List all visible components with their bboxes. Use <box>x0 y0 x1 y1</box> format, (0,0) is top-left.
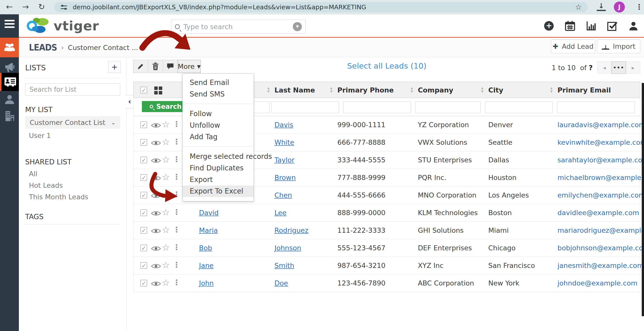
next-page-button[interactable]: ▸ <box>626 61 640 74</box>
star-icon[interactable]: ☆ <box>162 137 170 147</box>
row-kebab-icon[interactable]: ⋮ <box>173 225 180 234</box>
vtiger-logo[interactable]: vtiger <box>24 16 99 35</box>
preview-eye-icon[interactable] <box>151 122 161 130</box>
row-checkbox[interactable]: ✓ <box>140 139 147 146</box>
menu-item-unfollow[interactable]: Unfollow <box>183 120 254 131</box>
menu-item-export-to-excel[interactable]: Export To Excel <box>183 185 254 197</box>
back-icon[interactable]: ← <box>6 2 13 12</box>
column-header-phone[interactable]: Primary Phone <box>337 82 394 98</box>
star-icon[interactable]: ☆ <box>162 154 170 165</box>
row-kebab-icon[interactable]: ⋮ <box>173 278 180 287</box>
filter-input-city[interactable] <box>485 102 553 113</box>
add-lead-button[interactable]: ✚ Add Lead <box>551 39 595 53</box>
menu-item-follow[interactable]: Follow <box>183 108 254 120</box>
link-first_name[interactable]: Bob <box>199 244 212 252</box>
menu-item-add-tag[interactable]: Add Tag <box>183 131 254 143</box>
preview-eye-icon[interactable] <box>151 228 161 235</box>
grid-view-icon[interactable] <box>154 86 162 94</box>
link-email[interactable]: lauradavis@example.com <box>557 121 644 129</box>
row-kebab-icon[interactable]: ⋮ <box>173 208 180 216</box>
star-icon[interactable]: ☆ <box>162 260 170 270</box>
list-search-input[interactable] <box>25 83 120 96</box>
row-kebab-icon[interactable]: ⋮ <box>173 260 180 269</box>
row-checkbox[interactable]: ✓ <box>140 174 147 181</box>
link-last_name[interactable]: Brown <box>274 174 296 181</box>
star-icon[interactable]: ☆ <box>162 225 170 235</box>
sort-icon[interactable]: ▲▼ <box>480 86 484 93</box>
link-email[interactable]: kevinwhite@example.com <box>557 138 644 146</box>
sidebar-item-organizations[interactable] <box>0 108 19 124</box>
shared-list-item[interactable]: Hot Leads <box>29 181 63 189</box>
link-last_name[interactable]: White <box>274 138 294 146</box>
link-first_name[interactable]: David <box>199 209 219 217</box>
star-icon[interactable]: ☆ <box>162 190 170 200</box>
link-email[interactable]: davidlee@example.com <box>557 209 639 217</box>
star-icon[interactable]: ☆ <box>162 172 170 182</box>
select-all-checkbox[interactable]: ✓ <box>140 87 147 93</box>
row-checkbox[interactable]: ✓ <box>140 192 147 199</box>
reload-icon[interactable]: ↻ <box>38 2 45 12</box>
filter-input-phone[interactable] <box>343 102 411 113</box>
forward-icon[interactable]: → <box>22 2 29 12</box>
column-header-email[interactable]: Primary Email <box>557 82 611 98</box>
row-checkbox[interactable]: ✓ <box>140 262 147 269</box>
row-checkbox[interactable]: ✓ <box>140 209 147 216</box>
link-email[interactable]: mariarodriguez@example.com <box>557 226 644 234</box>
row-kebab-icon[interactable]: ⋮ <box>173 190 180 199</box>
hamburger-menu-icon[interactable] <box>5 20 15 30</box>
link-last_name[interactable]: Davis <box>274 121 293 129</box>
reports-button[interactable] <box>586 20 597 31</box>
breadcrumb-module[interactable]: LEADS <box>29 42 57 53</box>
menu-item-merge-selected-records[interactable]: Merge selected records <box>183 151 254 162</box>
shared-list-item[interactable]: All <box>29 170 37 178</box>
link-last_name[interactable]: Johnson <box>274 244 301 252</box>
row-checkbox[interactable]: ✓ <box>140 157 147 163</box>
link-email[interactable]: michaelbrown@example.com <box>557 174 644 181</box>
column-header-city[interactable]: City <box>488 82 503 98</box>
search-options-chevron-icon[interactable]: ▾ <box>293 22 302 31</box>
link-last_name[interactable]: Rodriguez <box>274 226 308 234</box>
sidebar-item-leads[interactable] <box>0 92 19 107</box>
filter-input-last_name[interactable] <box>271 102 339 113</box>
filter-input-email[interactable] <box>557 102 635 113</box>
preview-eye-icon[interactable] <box>151 280 161 288</box>
preview-eye-icon[interactable] <box>151 140 161 147</box>
sort-icon[interactable]: ▲▼ <box>410 86 414 93</box>
link-email[interactable]: bobjohnson@example.com <box>557 244 644 252</box>
link-email[interactable]: emilychen@example.com <box>557 191 644 199</box>
star-icon[interactable]: ☆ <box>162 119 170 129</box>
calendar-button[interactable] <box>565 20 576 31</box>
row-kebab-icon[interactable]: ⋮ <box>173 120 180 128</box>
menu-item-export[interactable]: Export <box>183 174 254 185</box>
sort-icon[interactable]: ▲▼ <box>266 86 270 93</box>
row-kebab-icon[interactable]: ⋮ <box>173 137 180 146</box>
row-checkbox[interactable]: ✓ <box>140 280 147 287</box>
menu-item-find-duplicates[interactable]: Find Duplicates <box>183 162 254 174</box>
row-kebab-icon[interactable]: ⋮ <box>173 155 180 164</box>
link-last_name[interactable]: Lee <box>274 209 287 217</box>
profile-button[interactable] <box>628 20 639 31</box>
row-checkbox[interactable]: ✓ <box>140 227 147 234</box>
link-last_name[interactable]: Smith <box>274 262 294 269</box>
downloads-icon[interactable]: ↓ <box>597 3 606 11</box>
link-email[interactable]: janesmith@example.com <box>557 262 644 269</box>
sidebar-item-contacts-active[interactable] <box>0 73 19 91</box>
prev-page-button[interactable]: ◂ <box>597 61 612 74</box>
star-icon[interactable]: ☆ <box>162 277 170 288</box>
selected-list-dropdown[interactable]: Customer Contact List ⌄ <box>25 116 120 129</box>
page-list-button[interactable]: ••• <box>612 61 626 74</box>
row-kebab-icon[interactable]: ⋮ <box>173 172 180 181</box>
row-checkbox[interactable]: ✓ <box>140 121 147 128</box>
tasks-button[interactable] <box>607 20 618 31</box>
link-last_name[interactable]: Chen <box>274 191 292 199</box>
sort-icon[interactable]: ▲▼ <box>549 86 553 93</box>
link-last_name[interactable]: Doe <box>274 279 288 287</box>
preview-eye-icon[interactable] <box>151 193 161 200</box>
import-button[interactable]: ↓ Import <box>597 39 640 53</box>
quick-create-button[interactable]: + <box>543 20 554 31</box>
preview-eye-icon[interactable] <box>151 210 161 218</box>
filter-input-company[interactable] <box>415 102 481 113</box>
column-header-last_name[interactable]: Last Name <box>274 82 315 98</box>
link-email[interactable]: johndoe@example.com <box>557 279 637 287</box>
link-last_name[interactable]: Taylor <box>274 156 295 164</box>
